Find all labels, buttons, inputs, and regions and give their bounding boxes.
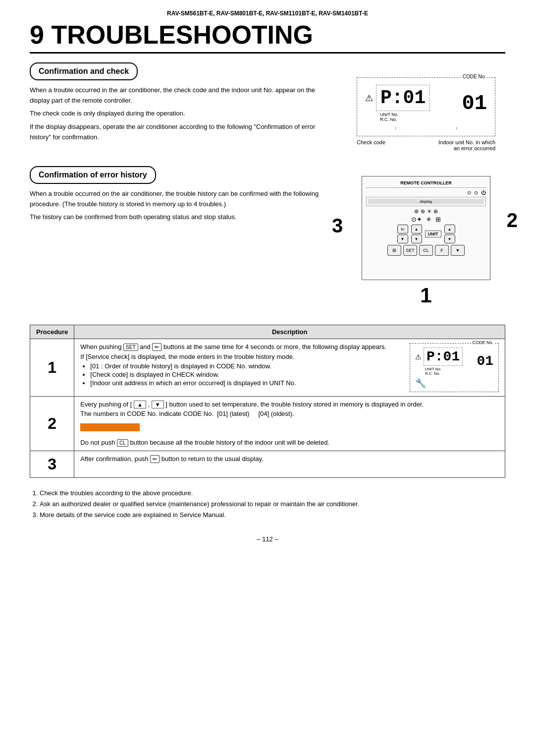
unit-label: UNIT	[425, 231, 441, 237]
step-num-3-left: 3	[332, 215, 343, 237]
proc-num-3: 3	[30, 451, 74, 478]
btn-f[interactable]: F	[435, 245, 449, 256]
section1-para3: If the display disappears, operate the a…	[30, 122, 332, 143]
proc1-bullet1: [01 : Order of trouble history] is displ…	[90, 362, 402, 370]
proc1-line1: When pushing SET and ✏ buttons at the sa…	[80, 343, 402, 351]
p01-display: P:01	[380, 87, 426, 109]
step-num-1-bottom: 1	[420, 284, 431, 307]
remote-bottom-row: ⊞ SET CL F ▼	[366, 245, 486, 256]
arrow-down-btn: ▼	[152, 401, 164, 408]
table-row: 2 Every pushing of [ ▲ , ▼ ] button used…	[30, 397, 505, 451]
remote-display-area: display	[366, 197, 486, 206]
diagram-labels: Check code Indoor unit No. in which an e…	[357, 139, 495, 151]
section2-para2: The history can be confirmed from both o…	[30, 212, 332, 223]
arrow-up-btn: ▲	[134, 401, 146, 408]
section1-heading: Confirmation and check	[30, 62, 138, 80]
remote-controller-diagram: REMOTE CONTROLLER ⊙⊙⏻ display ⊛ ⊛ ✳ ⊛ ⊙✦…	[362, 176, 490, 280]
section2-text: Confirmation of error history When a tro…	[30, 166, 332, 226]
proc3-line1: After confirmation, push ✏ button to ret…	[80, 455, 499, 463]
mini-p01-box: P:01	[424, 348, 463, 366]
cl-btn-ref: CL	[117, 439, 128, 447]
proc1-text: When pushing SET and ✏ buttons at the sa…	[80, 343, 402, 389]
proc1-bullet3: [Indoor unit address in which an error o…	[90, 379, 402, 387]
remote-icon-row: ⊙✦ ✳ ⊞	[366, 216, 486, 223]
mini-p01-text: P:01	[427, 349, 460, 364]
mini-unit-rc: UNIT No.R.C. No.	[425, 367, 463, 376]
proc-num-1: 1	[30, 339, 74, 397]
chapter-title-text: TROUBLESHOOTING	[51, 20, 313, 49]
chapter-number: 9	[30, 20, 44, 49]
section2-diagram: 3 2 REMOTE CONTROLLER ⊙⊙⏻ display ⊛ ⊛ ✳ …	[347, 166, 505, 310]
step-num-2-right: 2	[507, 209, 518, 232]
proc1-bullet2: [Check code] is displayed in CHECK windo…	[90, 371, 402, 378]
proc-num-2: 2	[30, 397, 74, 451]
proc1-diagram: CODE No. ⚠ P:01	[410, 343, 499, 392]
func-btn-ref2: ✏	[150, 455, 160, 463]
proc-desc-1: When pushing SET and ✏ buttons at the sa…	[74, 339, 505, 397]
model-header: RAV-SM561BT-E, RAV-SM801BT-E, RAV-SM1101…	[30, 10, 505, 17]
section-confirmation-check: Confirmation and check When a trouble oc…	[30, 62, 505, 151]
proc2-line1: Every pushing of [ ▲ , ▼ ] button used t…	[80, 401, 499, 408]
section-error-history: Confirmation of error history When a tro…	[30, 166, 505, 310]
footnotes: Check the troubles according to the abov…	[30, 488, 505, 521]
proc1-bullets: [01 : Order of trouble history] is displ…	[90, 362, 402, 387]
mini-unit-display: 01	[477, 353, 493, 369]
procedure-table: Procedure Description 1 When pushing SET…	[30, 325, 505, 478]
table-header-description: Description	[74, 325, 505, 339]
orange-bar	[80, 420, 499, 436]
mini-wrench-row: 🔧	[415, 378, 493, 389]
btn-set[interactable]: SET	[403, 245, 417, 256]
func-btn-ref: ✏	[152, 343, 161, 351]
indoor-unit-label: Indoor unit No. in which an error occurr…	[438, 139, 495, 151]
section1-para2: The check code is only displayed during …	[30, 109, 332, 119]
proc-desc-3: After confirmation, push ✏ button to ret…	[74, 451, 505, 478]
footnote-3: More details of the service code are exp…	[40, 510, 505, 521]
warning-icon: ⚠	[365, 93, 373, 104]
unit-no-mini: UNIT No. R.C. No.	[380, 112, 398, 122]
proc-desc-2: Every pushing of [ ▲ , ▼ ] button used t…	[74, 397, 505, 451]
unit-display: 01	[462, 92, 487, 116]
btn-grid[interactable]: ⊞	[387, 245, 401, 256]
section1-text: Confirmation and check When a trouble oc…	[30, 62, 332, 146]
btn-down2[interactable]: ▼	[444, 234, 455, 243]
remote-main-buttons: fn ▼ ▲ ▼ UNIT ▲ ▼	[366, 225, 486, 243]
proc2-line2: The numbers in CODE No. indicate CODE No…	[80, 410, 499, 417]
btn-mode[interactable]: ▼	[397, 234, 408, 243]
chapter-title: 9 TROUBLESHOOTING	[30, 21, 505, 54]
section1-para1: When a trouble occurred in the air condi…	[30, 85, 332, 106]
btn-up[interactable]: ▲	[411, 225, 422, 233]
mini-display-box: CODE No. ⚠ P:01	[410, 343, 499, 392]
check-code-display: CODE No. ⚠ P:01 UNIT No. R.C. No.	[357, 77, 495, 136]
mini-warn-icon: ⚠	[415, 353, 422, 361]
section2-para1: When a trouble occurred on the air condi…	[30, 189, 332, 210]
remote-top-icons: ⊙⊙⏻	[366, 190, 486, 195]
btn-up2[interactable]: ▲	[444, 225, 455, 233]
set-btn-ref: SET	[123, 344, 138, 351]
mini-code-label: CODE No.	[471, 340, 494, 345]
btn-down3[interactable]: ▼	[451, 245, 465, 256]
page-number: – 112 –	[30, 535, 505, 543]
footnote-1: Check the troubles according to the abov…	[40, 488, 505, 499]
table-row: 3 After confirmation, push ✏ button to r…	[30, 451, 505, 478]
proc1-content: When pushing SET and ✏ buttons at the sa…	[80, 343, 499, 392]
p01-inner-box: P:01	[376, 85, 430, 111]
check-code-label: Check code	[357, 139, 385, 151]
remote-symbol-row: ⊛ ⊛ ✳ ⊛	[366, 208, 486, 215]
section1-diagram: CODE No. ⚠ P:01 UNIT No. R.C. No.	[347, 62, 505, 151]
section2-heading: Confirmation of error history	[30, 166, 156, 184]
proc1-line2: If [Service check] is displayed, the mod…	[80, 353, 402, 360]
mini-display-row: ⚠ P:01 UNIT No.R.C. No. 01	[415, 347, 493, 376]
remote-title: REMOTE CONTROLLER	[366, 180, 486, 188]
wrench-icon: 🔧	[415, 378, 426, 388]
proc2-line3: Do not push CL button because all the tr…	[80, 439, 499, 447]
btn-cl[interactable]: CL	[419, 245, 433, 256]
code-no-label: CODE No.	[462, 74, 487, 79]
btn-func[interactable]: fn	[397, 225, 408, 233]
btn-down[interactable]: ▼	[411, 234, 422, 243]
table-row: 1 When pushing SET and ✏ buttons at the …	[30, 339, 505, 397]
table-header-procedure: Procedure	[30, 325, 74, 339]
footnote-2: Ask an authorized dealer or qualified se…	[40, 499, 505, 510]
